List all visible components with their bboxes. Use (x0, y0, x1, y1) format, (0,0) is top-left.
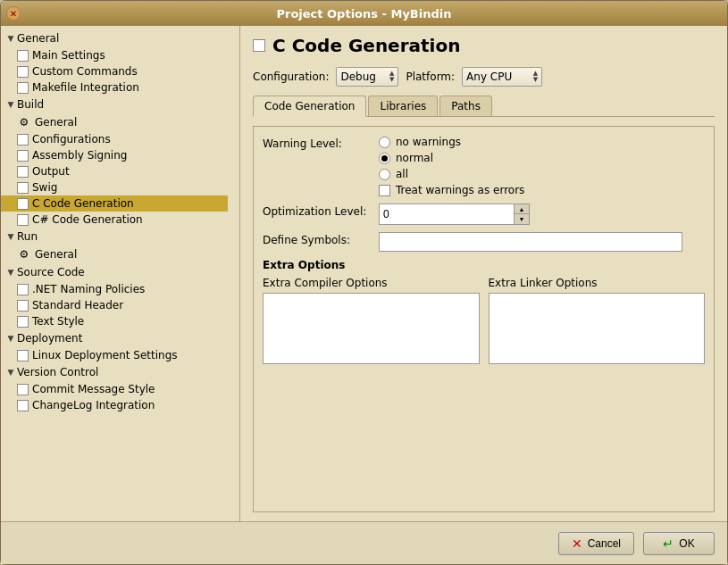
tab-code-generation[interactable]: Code Generation (253, 96, 366, 117)
sidebar-item-general[interactable]: ▼ General (1, 29, 228, 47)
extra-compiler-label: Extra Compiler Options (263, 277, 480, 289)
expand-version-icon: ▼ (4, 366, 17, 378)
sidebar-item-deployment[interactable]: ▼ Deployment (1, 329, 228, 347)
window-title: Project Options - MyBindin (21, 7, 707, 21)
sidebar-item-build[interactable]: ▼ Build (1, 96, 228, 113)
cancel-button[interactable]: ✕ Cancel (558, 532, 634, 555)
content-section: Warning Level: no warnings normal all (253, 126, 715, 512)
spinbox-buttons: ▲ ▼ (514, 204, 529, 224)
config-select[interactable]: Debug ▲▼ (336, 67, 398, 87)
treat-warnings-label: Treat warnings as errors (396, 184, 524, 196)
extra-options-section: Extra Options Extra Compiler Options Ext… (263, 259, 705, 364)
radio-normal-input[interactable] (379, 153, 390, 164)
optimization-spinbox[interactable]: ▲ ▼ (379, 204, 530, 225)
spinbox-up-button[interactable]: ▲ (515, 204, 529, 214)
radio-normal[interactable]: normal (379, 152, 524, 164)
radio-no-warnings-input[interactable] (379, 137, 390, 148)
config-value: Debug (340, 71, 375, 83)
radio-no-warnings[interactable]: no warnings (379, 136, 524, 148)
sidebar-item-assembly-signing[interactable]: Assembly Signing (1, 147, 228, 163)
extra-linker-textarea[interactable] (489, 293, 706, 364)
treat-warnings-row[interactable]: Treat warnings as errors (379, 184, 524, 196)
radio-no-warnings-label: no warnings (396, 136, 461, 148)
checkbox-linux-deployment (17, 350, 29, 361)
sidebar-item-linux-deployment[interactable]: Linux Deployment Settings (1, 347, 228, 363)
checkbox-standard-header (17, 300, 29, 312)
extra-options-title: Extra Options (263, 259, 705, 271)
expand-source-icon: ▼ (4, 266, 17, 278)
sidebar-item-version-control[interactable]: ▼ Version Control (1, 363, 228, 381)
sidebar-label-build-general: General (35, 116, 77, 129)
checkbox-output (17, 166, 29, 178)
ok-button[interactable]: ↵ OK (643, 532, 715, 555)
define-symbols-input[interactable] (379, 232, 682, 252)
run-gear-icon: ⚙ (17, 247, 31, 262)
sidebar-item-source-code[interactable]: ▼ Source Code (1, 263, 228, 281)
sidebar-label-run-general: General (35, 248, 77, 261)
sidebar-item-build-general[interactable]: ⚙ General (1, 113, 228, 131)
titlebar: ✕ Project Options - MyBindin (1, 1, 727, 26)
sidebar-item-standard-header[interactable]: Standard Header (1, 297, 228, 313)
sidebar-item-changelog[interactable]: ChangeLog Integration (1, 397, 228, 413)
sidebar-item-main-settings[interactable]: Main Settings (1, 47, 228, 63)
sidebar-label-c-code-gen: C Code Generation (32, 197, 134, 210)
radio-all[interactable]: all (379, 168, 524, 180)
sidebar: ▼ General Main Settings Custom Commands … (1, 26, 240, 521)
close-button[interactable]: ✕ (6, 6, 21, 21)
platform-arrow-icon: ▲▼ (533, 71, 538, 83)
platform-select[interactable]: Any CPU ▲▼ (462, 67, 542, 87)
radio-normal-label: normal (396, 152, 433, 164)
sidebar-label-linux-deployment: Linux Deployment Settings (32, 349, 178, 361)
platform-label: Platform: (406, 71, 455, 83)
checkbox-commit-message (17, 384, 29, 395)
sidebar-label-run: Run (17, 230, 38, 243)
expand-deployment-icon: ▼ (4, 332, 17, 345)
sidebar-label-assembly-signing: Assembly Signing (32, 149, 127, 162)
ok-icon: ↵ (663, 536, 674, 551)
main-panel: C Code Generation Configuration: Debug ▲… (240, 26, 727, 521)
sidebar-item-swig[interactable]: Swig (1, 179, 228, 195)
sidebar-item-makefile[interactable]: Makefile Integration (1, 79, 228, 96)
sidebar-label-general: General (17, 32, 59, 45)
define-symbols-row: Define Symbols: (263, 232, 705, 252)
sidebar-item-net-naming[interactable]: .NET Naming Policies (1, 281, 228, 297)
tab-libraries[interactable]: Libraries (368, 96, 438, 116)
page-title: C Code Generation (272, 35, 460, 56)
expand-build-icon: ▼ (4, 98, 17, 111)
optimization-input[interactable] (380, 204, 514, 224)
main-window: ✕ Project Options - MyBindin ▼ General M… (0, 0, 728, 565)
sidebar-label-commit-message: Commit Message Style (32, 383, 155, 395)
sidebar-item-run-general[interactable]: ⚙ General (1, 245, 228, 263)
sidebar-label-output: Output (32, 165, 70, 178)
sidebar-item-text-style[interactable]: Text Style (1, 313, 228, 329)
extra-textareas: Extra Compiler Options Extra Linker Opti… (263, 277, 705, 364)
checkbox-makefile (17, 82, 29, 94)
sidebar-item-custom-commands[interactable]: Custom Commands (1, 63, 228, 79)
sidebar-label-text-style: Text Style (32, 315, 84, 328)
sidebar-item-c-code-gen[interactable]: C Code Generation (1, 195, 228, 212)
sidebar-item-commit-message[interactable]: Commit Message Style (1, 381, 228, 397)
sidebar-item-configurations[interactable]: Configurations (1, 131, 228, 147)
page-enable-checkbox[interactable] (253, 39, 265, 52)
optimization-label: Optimization Level: (263, 204, 379, 218)
tab-paths[interactable]: Paths (439, 96, 492, 116)
extra-compiler-textarea[interactable] (263, 293, 480, 364)
sidebar-label-standard-header: Standard Header (32, 299, 123, 312)
sidebar-label-net-naming: .NET Naming Policies (32, 283, 145, 295)
config-label: Configuration: (253, 71, 329, 83)
expand-run-icon: ▼ (4, 230, 17, 243)
cancel-icon: ✕ (572, 536, 582, 551)
treat-warnings-checkbox[interactable] (379, 185, 390, 196)
checkbox-configurations (17, 134, 29, 145)
spinbox-down-button[interactable]: ▼ (515, 214, 529, 224)
define-symbols-label: Define Symbols: (263, 232, 379, 246)
radio-all-label: all (396, 168, 408, 180)
sidebar-label-configurations: Configurations (32, 133, 111, 145)
window-content: ▼ General Main Settings Custom Commands … (1, 26, 727, 521)
radio-all-input[interactable] (379, 169, 390, 180)
extra-compiler-group: Extra Compiler Options (263, 277, 480, 364)
sidebar-item-run[interactable]: ▼ Run (1, 228, 228, 245)
sidebar-item-output[interactable]: Output (1, 163, 228, 179)
sidebar-label-version-control: Version Control (17, 366, 98, 378)
sidebar-item-csharp-code-gen[interactable]: C# Code Generation (1, 212, 228, 228)
